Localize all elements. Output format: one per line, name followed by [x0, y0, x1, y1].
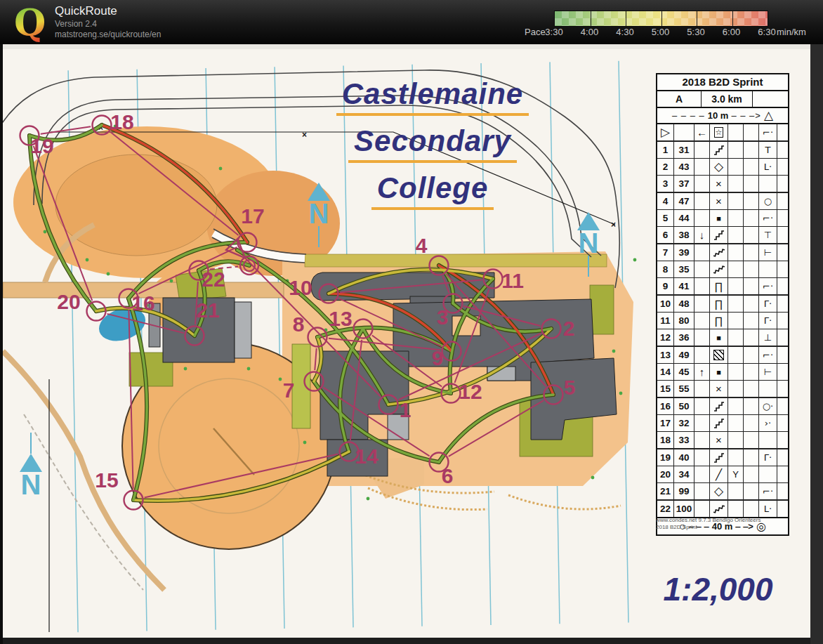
sheet-control-row: 1349⌐·: [657, 347, 788, 364]
course-length: 3.0 km: [702, 91, 753, 107]
sheet-control-row: 835: [657, 261, 788, 278]
course-name: A: [657, 91, 702, 107]
control-number: 10: [289, 276, 312, 299]
sheet-control-row: 337×: [657, 176, 788, 193]
sheet-control-row: 1048∏Γ·: [657, 296, 788, 313]
map-title-line: Secondary: [348, 124, 517, 163]
control-number: 13: [329, 307, 352, 330]
pace-label-word: Pace: [525, 27, 546, 37]
sheet-course-row: A 3.0 km: [657, 91, 788, 108]
control-number: 22: [202, 268, 225, 291]
pace-tick: [626, 11, 626, 26]
pace-tick: [732, 11, 733, 26]
control-description-sheet: 2018 B2D Sprint A 3.0 km ‒ ‒ ‒ ‒ 10 m ‒ …: [656, 73, 789, 536]
quickroute-logo-icon: Q: [14, 3, 46, 42]
sheet-control-row: 22100L·: [657, 501, 788, 517]
start-triangle-icon: △: [764, 108, 773, 123]
svg-text:×: ×: [611, 220, 616, 230]
pace-gradient-bar: [554, 11, 768, 27]
sheet-control-row: 131T: [657, 142, 788, 159]
control-number: 20: [57, 290, 80, 313]
sheet-control-row: 1555×: [657, 381, 788, 398]
control-number: 21: [196, 298, 219, 322]
app-title: QuickRoute: [55, 4, 117, 18]
sheet-control-row: 2034╱Y: [657, 466, 788, 483]
control-number: 14: [355, 445, 378, 468]
screen-edge-right: [810, 44, 823, 644]
control-number: 3: [437, 305, 449, 329]
pace-tick-label: 4:30: [616, 27, 633, 37]
sheet-control-row: 243◇L·: [657, 159, 788, 176]
control-number: 15: [95, 468, 118, 492]
pace-tick-label: 4:00: [581, 27, 598, 37]
sheet-control-row: 1236■⊥: [657, 329, 788, 347]
svg-text:×: ×: [302, 130, 307, 140]
map-title-line: College: [371, 171, 494, 210]
pace-tick-label: 6:00: [723, 27, 740, 37]
sheet-control-row: 2199◇⌐·: [657, 483, 788, 501]
sheet-control-row: 1732›·: [657, 415, 788, 432]
control-number: 19: [30, 134, 53, 157]
map-scale: 1:2,000: [636, 570, 801, 608]
screen-edge-left: [0, 44, 3, 644]
sheet-credits: www.condes.net 9.7.3 Bendigo Orienteers2…: [656, 517, 796, 531]
pace-tick: [661, 11, 662, 26]
pace-unit-label: min/km: [777, 27, 806, 37]
pace-tick-label: 5:00: [652, 27, 669, 37]
sheet-control-row: 447×○: [657, 193, 788, 210]
map-title-line: Castlemaine: [336, 77, 529, 116]
map-title: CastlemaineSecondaryCollege: [310, 77, 555, 218]
sheet-start-row: ▷←☆⌐·: [657, 124, 788, 142]
sheet-control-row: 1833×: [657, 432, 788, 449]
control-number: 12: [459, 380, 482, 403]
sheet-control-row: 1180∏Γ·: [657, 313, 788, 329]
app-version: Version 2.4: [55, 19, 97, 29]
pace-tick-label: 6:30: [758, 27, 775, 37]
control-number: 7: [283, 379, 295, 402]
sheet-control-row: 638↓⊤: [657, 227, 788, 244]
control-number: 2: [563, 317, 575, 340]
screen-edge-bottom: [3, 638, 810, 644]
sheet-control-row: 941∏⌐·: [657, 278, 788, 296]
svg-text:N: N: [579, 228, 599, 258]
pace-tick: [697, 11, 697, 26]
control-number: 9: [432, 346, 444, 369]
control-number: 18: [110, 110, 133, 133]
app-url-link[interactable]: matstroeng.se/quickroute/en: [55, 29, 161, 39]
start-distance-row: ‒ ‒ ‒ ‒ 10 m ‒ ‒ ‒> △: [657, 108, 788, 124]
sheet-title: 2018 B2D Sprint: [657, 74, 788, 91]
sheet-control-row: 1650○·: [657, 398, 788, 415]
control-number: 1: [400, 398, 412, 421]
control-number: 11: [501, 269, 524, 292]
pace-tick-label: 5:30: [687, 27, 704, 37]
pace-tick-label: 3:30: [545, 27, 562, 37]
scan-edge-top: [3, 44, 810, 49]
control-number: 5: [564, 376, 576, 399]
control-number: 8: [293, 313, 305, 336]
control-number: 17: [241, 204, 264, 228]
control-number: 16: [131, 291, 154, 315]
sheet-control-row: 1940Γ·: [657, 449, 788, 466]
sheet-control-row: 544■⌐·: [657, 210, 788, 227]
pace-tick: [591, 11, 591, 26]
sheet-control-row: 1445↑■⊢: [657, 364, 788, 381]
control-number: 4: [416, 234, 428, 257]
sheet-control-row: 739⊢: [657, 244, 788, 261]
title-bar: Q QuickRoute Version 2.4 matstroeng.se/q…: [0, 0, 823, 45]
control-number: 6: [442, 464, 454, 487]
svg-text:N: N: [21, 469, 41, 500]
